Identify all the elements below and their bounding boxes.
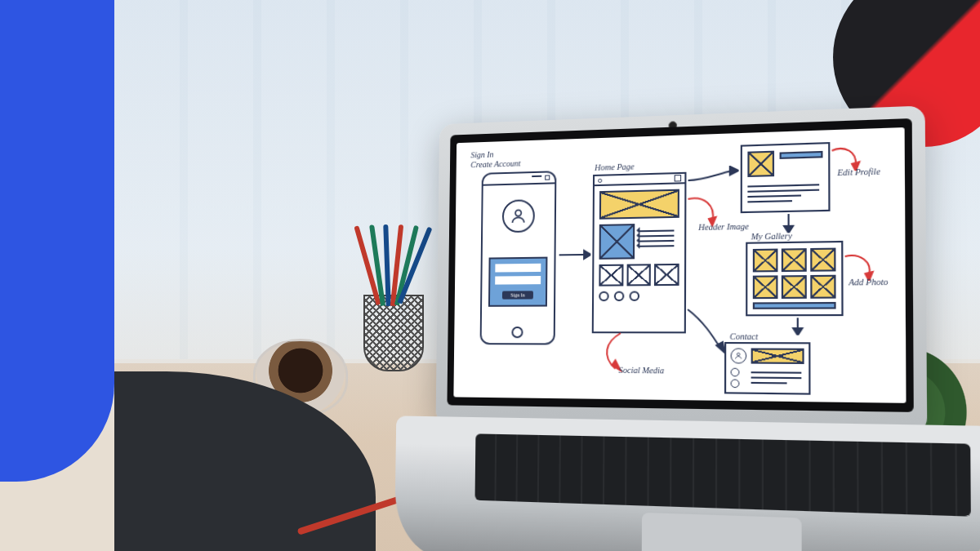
scene: Sign In Create Account <box>0 0 980 551</box>
gallery-thumb-4 <box>753 275 778 299</box>
gallery-thumb-5 <box>782 275 807 299</box>
contact-frame <box>724 342 811 395</box>
home-button-icon <box>511 327 523 338</box>
home-header-image <box>599 189 679 220</box>
social-icon-3[interactable] <box>630 291 640 300</box>
laptop-screen: Sign In Create Account <box>453 127 906 403</box>
contact-title: Contact <box>730 331 758 341</box>
social-icon-1[interactable] <box>599 291 608 301</box>
contact-hero <box>751 348 804 364</box>
gallery-title: My Gallery <box>751 231 792 241</box>
laptop: Sign In Create Account <box>434 105 928 551</box>
signin-password-field[interactable] <box>495 276 541 285</box>
profile-photo-placeholder <box>747 151 774 177</box>
signin-frame: Sign In <box>480 171 557 344</box>
laptop-trackpad <box>642 513 802 551</box>
home-feature-image <box>599 224 635 260</box>
social-media-note: Social Media <box>619 366 665 375</box>
avatar-icon <box>502 199 535 233</box>
signin-form-panel: Sign In <box>488 257 547 307</box>
home-thumb-3 <box>654 264 679 286</box>
arrow-gallery-to-contact <box>791 316 805 335</box>
home-thumb-2 <box>626 264 651 286</box>
gallery-footer-bar <box>753 302 836 309</box>
home-title: Home Page <box>595 162 634 172</box>
edit-profile-frame <box>741 142 831 213</box>
edit-profile-title: Edit Profile <box>837 167 880 177</box>
contact-avatar-icon <box>731 348 747 363</box>
arrow-signin-to-home <box>558 247 591 264</box>
add-photo-note: Add Photo <box>849 277 888 287</box>
pencil-cup <box>355 241 429 371</box>
signin-username-field[interactable] <box>495 264 541 273</box>
svg-point-12 <box>737 353 740 356</box>
arrow-home-to-profile <box>686 166 738 184</box>
gallery-thumb-1 <box>753 249 778 273</box>
home-frame <box>592 172 687 334</box>
svg-marker-11 <box>793 328 802 335</box>
home-thumb-1 <box>599 264 623 287</box>
signin-link-label: Sign In <box>470 150 493 160</box>
social-icon-2[interactable] <box>614 291 625 301</box>
signin-submit-button[interactable]: Sign In <box>502 291 533 299</box>
overlay-blue-shape <box>0 0 114 482</box>
gallery-thumb-2 <box>782 248 807 272</box>
arrow-profile-to-gallery <box>782 212 796 233</box>
profile-name-bar <box>780 151 823 159</box>
svg-point-0 <box>515 210 521 216</box>
create-account-link-label: Create Account <box>470 158 520 169</box>
gallery-thumb-6 <box>810 275 835 299</box>
svg-marker-5 <box>730 167 739 176</box>
gallery-frame <box>746 241 844 316</box>
arrow-home-to-contact <box>686 304 726 356</box>
header-image-note: Header Image <box>698 221 749 232</box>
gallery-thumb-3 <box>810 248 835 272</box>
svg-marker-2 <box>584 251 590 259</box>
